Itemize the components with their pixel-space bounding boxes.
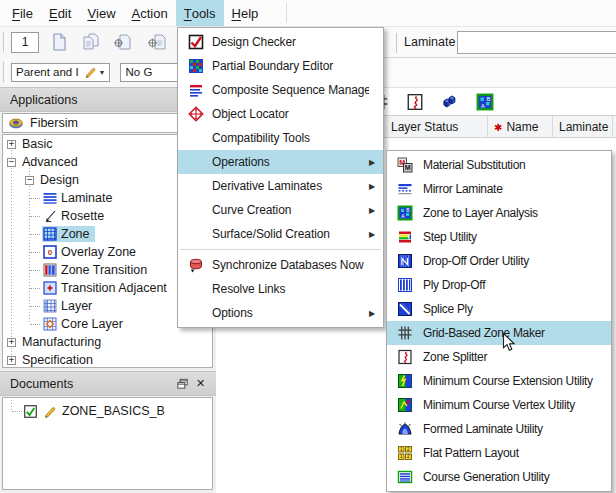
column-header-name[interactable]: ✱Name — [494, 120, 538, 134]
svg-text:B: B — [487, 95, 491, 101]
blank — [183, 281, 209, 297]
zone-splitter-icon — [393, 349, 417, 365]
menu-item-operations[interactable]: Operations▶ — [178, 150, 383, 174]
menu-file[interactable]: File — [4, 0, 41, 26]
column-header-label: Layer Status — [391, 120, 458, 134]
zone-to-layer-button[interactable]: BA — [476, 93, 494, 111]
tree-item-label: Basic — [22, 137, 53, 151]
core-layer-icon — [43, 317, 57, 331]
menu-item-grid-based-zone-maker[interactable]: Grid-Based Zone Maker — [387, 321, 611, 345]
locate-document-crosshair-button[interactable] — [145, 30, 169, 54]
new-document-button[interactable] — [47, 30, 71, 54]
blank — [183, 178, 209, 194]
application-item-label: Fibersim — [30, 116, 78, 130]
tree-item-specification[interactable]: +Specification — [3, 351, 212, 368]
menu-item-zone-splitter[interactable]: Zone Splitter — [387, 345, 611, 369]
layer-icon — [43, 299, 57, 313]
column-separator — [552, 116, 553, 137]
tree-node: Laminate — [42, 190, 117, 206]
menu-item-composite-sequence-manager[interactable]: Composite Sequence Manager — [178, 78, 383, 102]
menu-item-partial-boundary-editor[interactable]: Partial Boundary Editor — [178, 54, 383, 78]
required-asterisk: ✱ — [494, 122, 502, 133]
document-toolbar-buttons — [43, 30, 169, 54]
tools-menu: Design CheckerPartial Boundary EditorCom… — [177, 27, 384, 328]
document-item-label: ZONE_BASICS_B — [62, 404, 165, 418]
tree-node: Zone — [42, 226, 95, 242]
object-locator-icon — [183, 106, 209, 122]
menu-item-ply-drop-off[interactable]: Ply Drop-Off — [387, 273, 611, 297]
menu-item-step-utility[interactable]: Step Utility — [387, 225, 611, 249]
copy-document-button[interactable] — [79, 30, 103, 54]
menu-item-label: Derivative Laminates — [212, 179, 369, 193]
menu-item-synchronize-databases-now[interactable]: Synchronize Databases Now — [178, 253, 383, 277]
tree-item-label: Core Layer — [61, 317, 123, 331]
menu-item-label: Drop-Off Order Utility — [423, 254, 597, 268]
menu-item-material-substitution[interactable]: MMMaterial Substitution — [387, 153, 611, 177]
menu-item-resolve-links[interactable]: Resolve Links — [178, 277, 383, 301]
float-button[interactable] — [175, 376, 190, 391]
documents-window-buttons: ✕ — [175, 376, 208, 391]
menu-tools[interactable]: Tools — [176, 0, 224, 26]
column-header-layer-status[interactable]: Layer Status — [391, 120, 458, 134]
tree-item-manufacturing[interactable]: +Manufacturing — [3, 333, 212, 351]
page-number-field[interactable]: 1 — [11, 32, 39, 53]
tree-node: Manufacturing — [21, 334, 106, 350]
menu-item-label: Zone Splitter — [423, 350, 597, 364]
menu-item-surface-solid-creation[interactable]: Surface/Solid Creation▶ — [178, 222, 383, 246]
scope-combo[interactable]: Parent and I ▼ — [11, 63, 111, 82]
menu-item-label: Resolve Links — [212, 282, 369, 296]
menu-edit[interactable]: Edit — [41, 0, 79, 26]
expand-icon[interactable]: + — [7, 338, 16, 347]
min-course-vertex-icon — [393, 397, 417, 413]
menu-item-flat-pattern-layout[interactable]: 1212Flat Pattern Layout — [387, 441, 611, 465]
zone-to-layer-icon: BA — [476, 93, 494, 111]
menu-item-compatibility-tools[interactable]: Compatibility Tools — [178, 126, 383, 150]
column-separator — [487, 116, 488, 137]
menu-item-minimum-course-extension-utility[interactable]: Minimum Course Extension Utility — [387, 369, 611, 393]
menu-item-design-checker[interactable]: Design Checker — [178, 30, 383, 54]
toolbar-grip[interactable] — [396, 33, 400, 53]
toolbar-grip[interactable] — [3, 62, 7, 82]
menu-item-object-locator[interactable]: Object Locator — [178, 102, 383, 126]
composite-sequence-manager-icon — [183, 82, 209, 98]
menu-item-label: Operations — [212, 155, 369, 169]
menu-item-drop-off-order-utility[interactable]: Drop-Off Order Utility — [387, 249, 611, 273]
menu-item-label: Formed Laminate Utility — [423, 422, 597, 436]
fibersim-icon — [8, 116, 24, 130]
menu-item-derivative-laminates[interactable]: Derivative Laminates▶ — [178, 174, 383, 198]
expand-icon[interactable]: + — [7, 356, 16, 365]
locate-document-button[interactable] — [111, 30, 135, 54]
menu-item-course-generation-utility[interactable]: Course Generation Utility — [387, 465, 611, 489]
menu-item-zone-to-layer-analysis[interactable]: BAZone to Layer Analysis — [387, 201, 611, 225]
copy-document-icon — [81, 32, 101, 52]
menu-item-label: Flat Pattern Layout — [423, 446, 597, 460]
svg-text:1: 1 — [400, 447, 403, 452]
collapse-icon[interactable]: − — [25, 176, 34, 185]
menu-item-mirror-laminate[interactable]: Mirror Laminate — [387, 177, 611, 201]
collapse-icon[interactable]: − — [7, 158, 16, 167]
document-item-zone-basics-b[interactable]: ZONE_BASICS_B — [3, 400, 212, 422]
close-button[interactable]: ✕ — [193, 376, 208, 391]
menu-item-label: Options — [212, 306, 369, 320]
tree-node: 0Overlay Zone — [42, 244, 141, 260]
menu-action[interactable]: Action — [124, 0, 176, 26]
menu-item-formed-laminate-utility[interactable]: Formed Laminate Utility — [387, 417, 611, 441]
laminate-input[interactable] — [457, 31, 616, 54]
toolbar-grip[interactable] — [3, 32, 7, 52]
menu-item-minimum-course-vertex-utility[interactable]: Minimum Course Vertex Utility — [387, 393, 611, 417]
derived-cubes-button[interactable] — [441, 93, 459, 111]
menu-item-splice-ply[interactable]: Splice Ply — [387, 297, 611, 321]
submenu-arrow-icon: ▶ — [369, 206, 383, 215]
menu-item-label: Ply Drop-Off — [423, 278, 597, 292]
menu-view[interactable]: View — [79, 0, 123, 26]
expand-icon[interactable]: + — [7, 140, 16, 149]
menu-item-options[interactable]: Options▶ — [178, 301, 383, 325]
menu-help[interactable]: Help — [224, 0, 267, 26]
step-utility-icon — [393, 229, 417, 245]
column-header-laminate[interactable]: Laminate — [559, 120, 608, 134]
menu-item-curve-creation[interactable]: Curve Creation▶ — [178, 198, 383, 222]
tree-node: Core Layer — [42, 316, 128, 332]
tree-node: Rosette — [42, 208, 109, 224]
zone-splitter-button[interactable] — [406, 93, 424, 111]
flat-pattern-icon: 1212 — [393, 445, 417, 461]
